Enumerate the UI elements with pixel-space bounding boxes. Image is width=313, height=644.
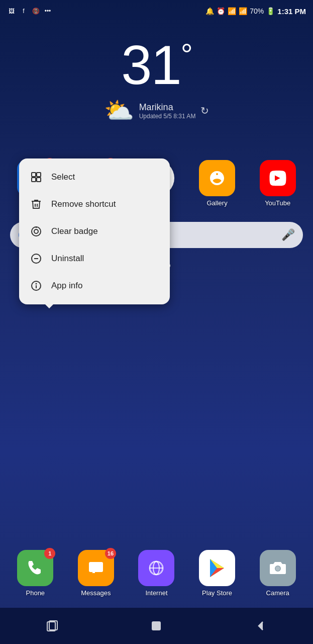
svg-rect-0 [32,173,36,177]
messages-label: Messages [81,589,111,597]
playstore-icon [199,550,235,586]
app-playstore-wrapper [199,550,235,586]
app-camera[interactable]: Camera [251,550,305,597]
app-gallery-wrapper [199,160,235,196]
menu-item-app-info[interactable]: App info [19,272,170,299]
gallery-label: Gallery [206,199,227,207]
internet-label: Internet [145,589,167,597]
app-phone-wrapper: 1 [17,550,53,586]
app-phone[interactable]: 1 Phone [8,550,62,597]
svg-rect-1 [37,173,41,177]
alarm-icon: 🔔 [205,7,214,15]
more-icon: ••• [43,7,52,16]
signal-icon: 📶 [239,7,247,15]
battery-icon: 🔋 [266,7,275,15]
menu-item-uninstall[interactable]: Uninstall [19,245,170,272]
trash-icon [29,197,43,211]
select-label: Select [51,172,75,182]
app-youtube-wrapper [260,160,296,196]
degree-symbol: ° [181,38,192,71]
internet-icon [138,550,174,586]
phone-badge: 1 [44,548,55,559]
dock-row: 1 Phone 16 Messages [0,543,313,604]
gallery-icon [199,160,235,196]
city-name: Marikina [139,102,196,113]
weather-row: ⛅ Marikina Updated 5/5 8:31 AM ↻ [104,97,210,125]
weather-updated: Updated 5/5 8:31 AM [139,113,196,120]
weather-area: 31° ⛅ Marikina Updated 5/5 8:31 AM ↻ [0,22,313,125]
home-button[interactable] [144,613,169,638]
clear-badge-label: Clear badge [51,226,98,236]
phone-label: Phone [26,589,45,597]
info-icon [29,279,43,293]
menu-item-remove-shortcut[interactable]: Remove shortcut [19,191,170,218]
time: 1:31 PM [277,7,306,16]
temperature-display: 31° [121,37,191,93]
app-messages-wrapper: 16 [78,550,114,586]
app-info-label: App info [51,281,82,291]
mic-icon[interactable]: 🎤 [281,228,295,242]
app-playstore[interactable]: Play Store [190,550,244,597]
alarm2-icon: ⏰ [217,7,225,15]
youtube-label: YouTube [265,199,290,207]
status-icons-right: 🔔 ⏰ 📶 📶 70% 🔋 1:31 PM [205,7,306,16]
select-grid-icon [29,170,43,184]
app-youtube[interactable]: YouTube [251,160,305,207]
app-internet-wrapper [138,550,174,586]
status-bar: 🖼 f 📵 ••• 🔔 ⏰ 📶 📶 70% 🔋 1:31 PM [0,0,313,22]
dock-area: 1 Phone 16 Messages [0,543,313,604]
svg-point-4 [32,227,41,236]
camera-label: Camera [266,589,289,597]
wifi-icon: 📶 [228,7,236,15]
facebook-notification-icon: f [19,7,28,16]
temperature-value: 31 [121,34,180,96]
playstore-label: Play Store [202,589,232,597]
call-icon: 📵 [31,7,40,16]
svg-point-5 [34,229,38,233]
menu-item-clear-badge[interactable]: Clear badge [19,218,170,245]
menu-item-select[interactable]: Select [19,164,170,191]
messages-badge: 16 [105,548,116,559]
app-camera-wrapper [260,550,296,586]
back-button[interactable] [248,613,273,638]
app-messages[interactable]: 16 Messages [69,550,123,597]
svg-rect-3 [37,178,41,182]
clear-badge-icon [29,224,43,238]
youtube-icon [260,160,296,196]
image-icon: 🖼 [7,7,16,16]
app-internet[interactable]: Internet [129,550,183,597]
uninstall-label: Uninstall [51,254,84,264]
recents-button[interactable] [40,613,65,638]
refresh-icon[interactable]: ↻ [200,105,209,117]
svg-point-29 [275,567,280,571]
nav-bar [0,608,313,644]
status-icons-left: 🖼 f 📵 ••• [7,7,52,16]
svg-rect-32 [152,622,160,630]
camera-icon [260,550,296,586]
context-menu: Select Remove shortcut Clear badge [19,158,170,304]
battery-percent: 70% [250,7,264,15]
remove-shortcut-label: Remove shortcut [51,199,116,209]
weather-condition-icon: ⛅ [104,97,134,125]
app-gallery[interactable]: Gallery [190,160,244,207]
svg-rect-16 [89,562,103,572]
weather-info: Marikina Updated 5/5 8:31 AM [139,102,196,120]
uninstall-icon [29,252,43,266]
svg-rect-2 [32,178,36,182]
